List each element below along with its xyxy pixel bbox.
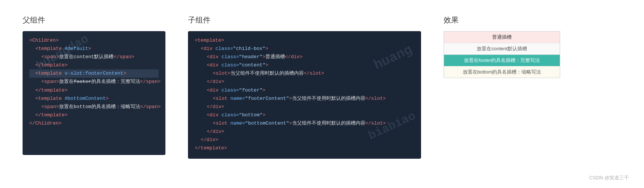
code-line: <template> — [195, 36, 414, 45]
code-line: <span>放置在footer的具名插槽：完整写法</span> — [29, 78, 159, 86]
code-line: </div> — [195, 136, 414, 144]
effect-row-4: 放置在bottom的具名插槽：缩略写法 — [444, 66, 560, 78]
effect-section: 效果 普通插槽 放置在content默认插槽 放置在footer的具名插槽：完整… — [444, 15, 560, 78]
csdn-footer: CSDN @笑道三千 — [589, 174, 629, 181]
code-line: </template> — [29, 86, 159, 95]
child-title: 子组件 — [188, 15, 211, 25]
code-line: <span>放置在bottom的具名插槽：缩略写法</span> — [29, 103, 159, 111]
code-line: </div> — [195, 78, 414, 86]
code-line: <div class="content"> — [195, 61, 414, 69]
effect-row-1: 普通插槽 — [444, 32, 560, 43]
code-line: </template> — [29, 61, 159, 69]
code-line: <div class="header">普通插槽</div> — [195, 53, 414, 61]
parent-title: 父组件 — [23, 15, 45, 25]
child-code-block: huang biabiao <template> <div class="chi… — [188, 31, 421, 159]
code-line: <span>放置在content默认插槽</span> — [29, 53, 159, 61]
child-section: 子组件 huang biabiao <template> <div class=… — [188, 15, 421, 159]
code-line: <div class="bottom"> — [195, 111, 414, 119]
code-line: </template> — [195, 144, 414, 152]
code-line: <slot name="footerContent">当父组件不使用时默认的插槽… — [195, 95, 414, 103]
effect-title: 效果 — [444, 15, 459, 25]
page-container: 父组件 huangdao <Children> <template #defau… — [0, 0, 644, 188]
code-line: <template #default> — [29, 45, 159, 53]
parent-code-block: huangdao <Children> <template #default> … — [23, 31, 165, 155]
code-line: <template v-slot:footerContent> — [29, 69, 159, 78]
effect-row-2: 放置在content默认插槽 — [444, 43, 560, 55]
code-line: </div> — [195, 128, 414, 136]
code-line: <div class="child-box"> — [195, 45, 414, 53]
code-line: <slot>当父组件不使用时默认的插槽内容</slot> — [195, 69, 414, 78]
parent-section: 父组件 huangdao <Children> <template #defau… — [23, 15, 165, 155]
effect-box: 普通插槽 放置在content默认插槽 放置在footer的具名插槽：完整写法 … — [444, 31, 560, 78]
effect-row-3: 放置在footer的具名插槽：完整写法 — [444, 55, 560, 66]
code-line: <slot name="bottomContent">当父组件不使用时默认的插槽… — [195, 119, 414, 128]
code-line: </div> — [195, 103, 414, 111]
code-line: <template #bottomContent> — [29, 95, 159, 103]
code-line: </template> — [29, 111, 159, 119]
code-line: <div class="footer"> — [195, 86, 414, 95]
code-line: <Children> — [29, 36, 159, 45]
code-line: </Children> — [29, 119, 159, 128]
